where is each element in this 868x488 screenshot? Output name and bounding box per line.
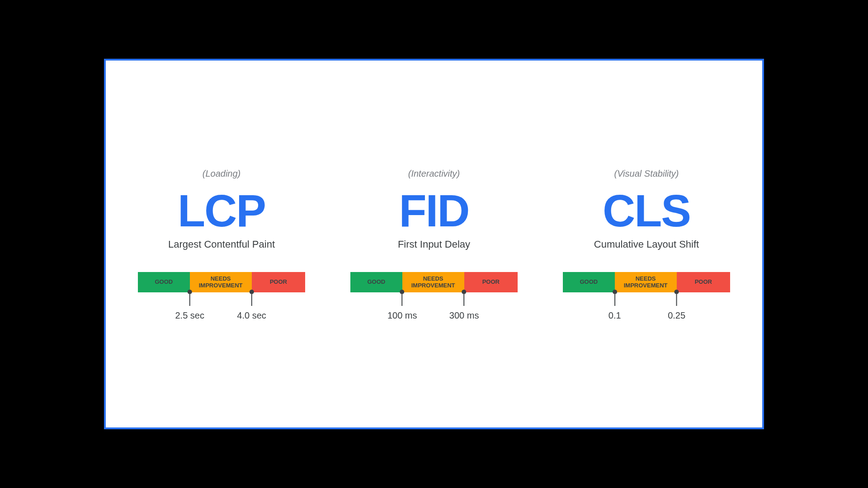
threshold-marker-2: 4.0 sec: [237, 290, 266, 321]
threshold-ticks: 0.1 0.25: [563, 292, 730, 319]
threshold-value: 0.25: [668, 310, 685, 321]
bar-segments: GOOD NEEDSIMPROVEMENT POOR: [350, 272, 518, 292]
metric-fullname: Largest Contentful Paint: [168, 239, 275, 250]
metric-category: (Visual Stability): [614, 169, 679, 179]
segment-good: GOOD: [563, 272, 615, 292]
marker-dot-icon: [250, 290, 254, 294]
metric-abbrev: FID: [399, 188, 469, 233]
threshold-value: 4.0 sec: [237, 310, 266, 321]
diagram-frame: (Loading) LCP Largest Contentful Paint G…: [104, 59, 764, 429]
marker-dot-icon: [400, 290, 405, 294]
marker-dot-icon: [188, 290, 192, 294]
threshold-value: 100 ms: [387, 310, 417, 321]
marker-line-icon: [614, 294, 615, 306]
metric-fullname: Cumulative Layout Shift: [594, 239, 699, 250]
threshold-ticks: 2.5 sec 4.0 sec: [138, 292, 305, 319]
threshold-value: 300 ms: [449, 310, 479, 321]
marker-dot-icon: [462, 290, 467, 294]
metric-abbrev: CLS: [603, 188, 690, 233]
metric-fullname: First Input Delay: [398, 239, 470, 250]
bar-segments: GOOD NEEDSIMPROVEMENT POOR: [138, 272, 305, 292]
marker-line-icon: [676, 294, 677, 306]
threshold-bar: GOOD NEEDSIMPROVEMENT POOR 0.1 0.25: [563, 272, 730, 319]
marker-dot-icon: [675, 290, 679, 294]
marker-line-icon: [251, 294, 252, 306]
threshold-marker-1: 0.1: [609, 290, 621, 321]
marker-line-icon: [402, 294, 403, 306]
metric-abbrev: LCP: [178, 188, 265, 233]
threshold-marker-2: 300 ms: [449, 290, 479, 321]
marker-line-icon: [189, 294, 190, 306]
threshold-value: 2.5 sec: [175, 310, 204, 321]
segment-needs-improvement: NEEDSIMPROVEMENT: [615, 272, 677, 292]
metric-lcp: (Loading) LCP Largest Contentful Paint G…: [138, 169, 305, 319]
threshold-bar: GOOD NEEDSIMPROVEMENT POOR 100 ms 300 ms: [350, 272, 518, 319]
threshold-bar: GOOD NEEDSIMPROVEMENT POOR 2.5 sec 4.0 s…: [138, 272, 305, 319]
marker-dot-icon: [613, 290, 617, 294]
threshold-value: 0.1: [609, 310, 621, 321]
threshold-marker-2: 0.25: [668, 290, 685, 321]
metric-fid: (Interactivity) FID First Input Delay GO…: [350, 169, 518, 319]
bar-segments: GOOD NEEDSIMPROVEMENT POOR: [563, 272, 730, 292]
threshold-ticks: 100 ms 300 ms: [350, 292, 518, 319]
metric-category: (Loading): [203, 169, 241, 179]
threshold-marker-1: 100 ms: [387, 290, 417, 321]
metric-cls: (Visual Stability) CLS Cumulative Layout…: [563, 169, 730, 319]
metric-category: (Interactivity): [408, 169, 460, 179]
threshold-marker-1: 2.5 sec: [175, 290, 204, 321]
marker-line-icon: [464, 294, 465, 306]
